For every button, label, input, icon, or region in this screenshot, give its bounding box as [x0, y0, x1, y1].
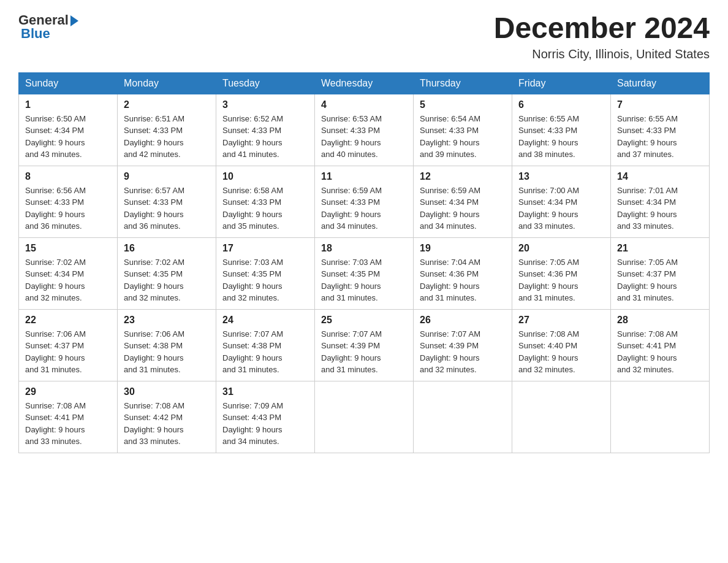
day-info: Sunrise: 6:53 AMSunset: 4:33 PMDaylight:… [321, 113, 407, 161]
calendar-day-cell: 31Sunrise: 7:09 AMSunset: 4:43 PMDayligh… [216, 381, 315, 453]
day-number: 9 [124, 171, 210, 182]
location-title: Norris City, Illinois, United States [494, 47, 710, 61]
calendar-week-row: 15Sunrise: 7:02 AMSunset: 4:34 PMDayligh… [19, 237, 710, 309]
day-info: Sunrise: 7:02 AMSunset: 4:35 PMDaylight:… [124, 256, 210, 304]
day-number: 7 [617, 99, 703, 110]
day-info: Sunrise: 6:58 AMSunset: 4:33 PMDaylight:… [222, 185, 308, 232]
day-info: Sunrise: 6:59 AMSunset: 4:34 PMDaylight:… [420, 185, 506, 232]
day-info: Sunrise: 7:08 AMSunset: 4:42 PMDaylight:… [124, 400, 210, 448]
calendar-day-cell: 6Sunrise: 6:55 AMSunset: 4:33 PMDaylight… [512, 94, 611, 166]
calendar-day-cell: 11Sunrise: 6:59 AMSunset: 4:33 PMDayligh… [315, 166, 414, 237]
calendar-table: SundayMondayTuesdayWednesdayThursdayFrid… [18, 72, 710, 453]
day-number: 2 [124, 99, 210, 110]
day-number: 29 [25, 386, 111, 397]
calendar-header: SundayMondayTuesdayWednesdayThursdayFrid… [19, 72, 710, 94]
day-info: Sunrise: 6:56 AMSunset: 4:33 PMDaylight:… [25, 185, 111, 232]
day-number: 14 [617, 171, 703, 182]
calendar-day-cell: 26Sunrise: 7:07 AMSunset: 4:39 PMDayligh… [414, 309, 512, 381]
day-number: 18 [321, 243, 407, 254]
day-number: 12 [420, 171, 506, 182]
calendar-week-row: 29Sunrise: 7:08 AMSunset: 4:41 PMDayligh… [19, 381, 710, 453]
day-number: 28 [617, 315, 703, 326]
title-area: December 2024 Norris City, Illinois, Uni… [494, 12, 710, 61]
month-title: December 2024 [494, 12, 710, 45]
calendar-day-cell: 5Sunrise: 6:54 AMSunset: 4:33 PMDaylight… [414, 94, 512, 166]
day-info: Sunrise: 6:55 AMSunset: 4:33 PMDaylight:… [518, 113, 604, 161]
calendar-day-cell: 25Sunrise: 7:07 AMSunset: 4:39 PMDayligh… [315, 309, 414, 381]
day-number: 8 [25, 171, 111, 182]
day-number: 6 [518, 99, 604, 110]
day-number: 11 [321, 171, 407, 182]
day-info: Sunrise: 7:06 AMSunset: 4:38 PMDaylight:… [124, 328, 210, 376]
day-number: 21 [617, 243, 703, 254]
calendar-day-cell: 24Sunrise: 7:07 AMSunset: 4:38 PMDayligh… [216, 309, 315, 381]
day-number: 13 [518, 171, 604, 182]
day-number: 10 [222, 171, 308, 182]
calendar-day-cell [414, 381, 512, 453]
calendar-day-cell: 15Sunrise: 7:02 AMSunset: 4:34 PMDayligh… [19, 237, 118, 309]
day-info: Sunrise: 6:51 AMSunset: 4:33 PMDaylight:… [124, 113, 210, 161]
weekday-header-friday: Friday [512, 72, 611, 94]
logo-triangle-icon [70, 15, 78, 26]
day-info: Sunrise: 7:01 AMSunset: 4:34 PMDaylight:… [617, 185, 703, 232]
day-info: Sunrise: 7:07 AMSunset: 4:39 PMDaylight:… [420, 328, 506, 376]
day-number: 20 [518, 243, 604, 254]
calendar-day-cell: 13Sunrise: 7:00 AMSunset: 4:34 PMDayligh… [512, 166, 611, 237]
calendar-day-cell: 29Sunrise: 7:08 AMSunset: 4:41 PMDayligh… [19, 381, 118, 453]
day-info: Sunrise: 7:05 AMSunset: 4:36 PMDaylight:… [518, 256, 604, 304]
calendar-day-cell [315, 381, 414, 453]
day-number: 1 [25, 99, 111, 110]
calendar-day-cell: 20Sunrise: 7:05 AMSunset: 4:36 PMDayligh… [512, 237, 611, 309]
day-number: 26 [420, 315, 506, 326]
calendar-day-cell: 16Sunrise: 7:02 AMSunset: 4:35 PMDayligh… [118, 237, 216, 309]
day-number: 31 [222, 386, 308, 397]
day-info: Sunrise: 7:06 AMSunset: 4:37 PMDaylight:… [25, 328, 111, 376]
day-number: 25 [321, 315, 407, 326]
calendar-day-cell: 19Sunrise: 7:04 AMSunset: 4:36 PMDayligh… [414, 237, 512, 309]
calendar-day-cell: 10Sunrise: 6:58 AMSunset: 4:33 PMDayligh… [216, 166, 315, 237]
weekday-header-thursday: Thursday [414, 72, 512, 94]
day-info: Sunrise: 6:50 AMSunset: 4:34 PMDaylight:… [25, 113, 111, 161]
weekday-header-wednesday: Wednesday [315, 72, 414, 94]
logo: General Blue [18, 12, 78, 42]
day-number: 17 [222, 243, 308, 254]
calendar-day-cell: 28Sunrise: 7:08 AMSunset: 4:41 PMDayligh… [611, 309, 710, 381]
calendar-day-cell: 4Sunrise: 6:53 AMSunset: 4:33 PMDaylight… [315, 94, 414, 166]
calendar-day-cell: 27Sunrise: 7:08 AMSunset: 4:40 PMDayligh… [512, 309, 611, 381]
day-number: 30 [124, 386, 210, 397]
day-info: Sunrise: 6:59 AMSunset: 4:33 PMDaylight:… [321, 185, 407, 232]
weekday-header-tuesday: Tuesday [216, 72, 315, 94]
day-number: 19 [420, 243, 506, 254]
day-info: Sunrise: 7:08 AMSunset: 4:40 PMDaylight:… [518, 328, 604, 376]
calendar-day-cell: 2Sunrise: 6:51 AMSunset: 4:33 PMDaylight… [118, 94, 216, 166]
day-info: Sunrise: 7:03 AMSunset: 4:35 PMDaylight:… [321, 256, 407, 304]
calendar-day-cell [611, 381, 710, 453]
day-info: Sunrise: 7:02 AMSunset: 4:34 PMDaylight:… [25, 256, 111, 304]
calendar-day-cell: 3Sunrise: 6:52 AMSunset: 4:33 PMDaylight… [216, 94, 315, 166]
day-number: 24 [222, 315, 308, 326]
day-number: 23 [124, 315, 210, 326]
calendar-day-cell: 9Sunrise: 6:57 AMSunset: 4:33 PMDaylight… [118, 166, 216, 237]
day-number: 4 [321, 99, 407, 110]
calendar-day-cell: 14Sunrise: 7:01 AMSunset: 4:34 PMDayligh… [611, 166, 710, 237]
calendar-week-row: 8Sunrise: 6:56 AMSunset: 4:33 PMDaylight… [19, 166, 710, 237]
day-info: Sunrise: 6:52 AMSunset: 4:33 PMDaylight:… [222, 113, 308, 161]
calendar-day-cell: 30Sunrise: 7:08 AMSunset: 4:42 PMDayligh… [118, 381, 216, 453]
calendar-day-cell: 7Sunrise: 6:55 AMSunset: 4:33 PMDaylight… [611, 94, 710, 166]
day-number: 22 [25, 315, 111, 326]
calendar-day-cell: 17Sunrise: 7:03 AMSunset: 4:35 PMDayligh… [216, 237, 315, 309]
logo-blue-text: Blue [21, 26, 50, 42]
day-info: Sunrise: 7:09 AMSunset: 4:43 PMDaylight:… [222, 400, 308, 448]
day-info: Sunrise: 6:55 AMSunset: 4:33 PMDaylight:… [617, 113, 703, 161]
weekday-header-sunday: Sunday [19, 72, 118, 94]
day-info: Sunrise: 7:03 AMSunset: 4:35 PMDaylight:… [222, 256, 308, 304]
weekday-header-monday: Monday [118, 72, 216, 94]
day-info: Sunrise: 7:08 AMSunset: 4:41 PMDaylight:… [25, 400, 111, 448]
day-number: 15 [25, 243, 111, 254]
day-info: Sunrise: 7:07 AMSunset: 4:38 PMDaylight:… [222, 328, 308, 376]
calendar-day-cell: 8Sunrise: 6:56 AMSunset: 4:33 PMDaylight… [19, 166, 118, 237]
calendar-day-cell: 1Sunrise: 6:50 AMSunset: 4:34 PMDaylight… [19, 94, 118, 166]
calendar-day-cell [512, 381, 611, 453]
day-info: Sunrise: 7:04 AMSunset: 4:36 PMDaylight:… [420, 256, 506, 304]
calendar-week-row: 1Sunrise: 6:50 AMSunset: 4:34 PMDaylight… [19, 94, 710, 166]
